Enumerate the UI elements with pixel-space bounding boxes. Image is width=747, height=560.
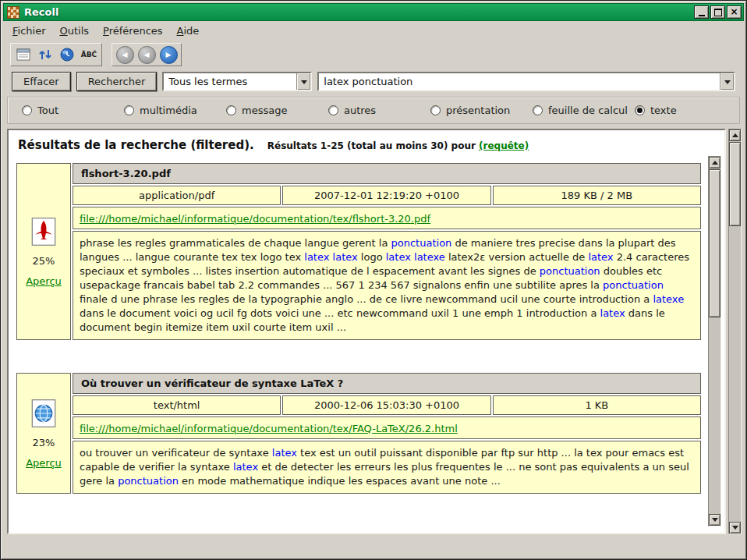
query-combo bbox=[317, 72, 735, 91]
result-icon-cell: 25% Aperçu bbox=[16, 163, 71, 340]
result-snippet: ou trouver un verificateur de syntaxe la… bbox=[73, 441, 701, 494]
radio-indicator bbox=[124, 105, 134, 115]
result-body: Où trouver un vérificateur de syntaxe La… bbox=[73, 373, 701, 494]
minimize-icon bbox=[699, 9, 705, 16]
back-arrow-icon: ◀ bbox=[138, 46, 156, 64]
results-summary: Résultats 1-25 (total au moins 30) pour bbox=[267, 140, 479, 151]
search-mode-select[interactable]: Tous les termes bbox=[162, 72, 312, 91]
toolbar: ÂBĈ ◀ ◀ ▶ bbox=[1, 40, 746, 69]
result-meta-row: text/html 2000-12-06 15:03:30 +0100 1 KB bbox=[73, 395, 701, 415]
nav-previous-page-button[interactable]: ◀ bbox=[137, 45, 156, 64]
history-icon[interactable] bbox=[58, 45, 76, 64]
filter-label: présentation bbox=[446, 105, 510, 116]
result-meta-row: application/pdf 2007-12-01 12:19:20 +010… bbox=[73, 186, 701, 205]
minimize-button[interactable] bbox=[694, 5, 709, 19]
results-title: Résultats de la recherche (filtered). bbox=[18, 138, 254, 152]
menu-aide[interactable]: Aide bbox=[170, 23, 207, 39]
scrollbar-thumb[interactable] bbox=[729, 142, 741, 226]
result-entry: 25% Aperçu flshort-3.20.pdf application/… bbox=[16, 163, 701, 340]
scroll-down-button[interactable] bbox=[709, 514, 720, 526]
nav-first-page-button[interactable]: ◀ bbox=[115, 45, 134, 64]
search-term-highlight: ponctuation bbox=[391, 237, 452, 249]
search-term-highlight: latex bbox=[233, 461, 258, 473]
menubar: FichierOutilsPréférencesAide bbox=[1, 21, 746, 40]
results-page-scrollbar[interactable] bbox=[728, 129, 742, 534]
search-term-highlight: latex bbox=[272, 447, 297, 459]
search-term-highlight: latexe bbox=[653, 293, 684, 305]
result-size: 1 KB bbox=[493, 395, 701, 415]
scroll-down-button[interactable] bbox=[729, 522, 741, 533]
close-button[interactable]: × bbox=[727, 5, 742, 19]
nav-next-page-button[interactable]: ▶ bbox=[159, 45, 178, 64]
result-snippet: phrase les regles grammaticales de chaqu… bbox=[73, 231, 701, 340]
result-url-link[interactable]: file:///home/michael/informatique/docume… bbox=[80, 423, 458, 434]
filter-label: Tout bbox=[37, 105, 58, 116]
result-list-scrollbar[interactable] bbox=[708, 156, 721, 526]
results-region: Résultats de la recherche (filtered). Ré… bbox=[7, 129, 742, 534]
scroll-up-button[interactable] bbox=[709, 157, 720, 168]
filter-texte[interactable]: texte bbox=[635, 105, 677, 116]
forward-arrow-icon: ▶ bbox=[160, 46, 178, 64]
result-url-row: file:///home/michael/informatique/docume… bbox=[73, 416, 701, 439]
recoll-window: Recoll × FichierOutilsPréférencesAide bbox=[0, 0, 747, 560]
search-button[interactable]: Rechercher bbox=[76, 72, 158, 91]
search-mode-value: Tous les termes bbox=[164, 76, 296, 87]
search-term-highlight: latex bbox=[386, 251, 411, 263]
menu-fichier[interactable]: Fichier bbox=[5, 23, 53, 39]
spell-icon-label: ÂBĈ bbox=[81, 51, 97, 58]
spell-term-explorer-icon[interactable]: ÂBĈ bbox=[80, 45, 98, 64]
filter-multimedia[interactable]: multimédia bbox=[124, 105, 226, 116]
result-date: 2007-12-01 12:19:20 +0100 bbox=[282, 186, 490, 205]
radio-indicator bbox=[430, 105, 441, 115]
result-mimetype: text/html bbox=[73, 395, 281, 415]
toolbar-group-navigation: ◀ ◀ ▶ bbox=[112, 43, 182, 66]
preview-link[interactable]: Aperçu bbox=[26, 275, 62, 287]
toolbar-group-actions: ÂBĈ bbox=[10, 43, 102, 66]
result-body: flshort-3.20.pdf application/pdf 2007-12… bbox=[73, 163, 701, 340]
chevron-down-icon[interactable] bbox=[296, 73, 310, 90]
scroll-up-button[interactable] bbox=[729, 129, 741, 141]
radio-indicator bbox=[22, 105, 32, 115]
result-size: 189 KB / 2 MB bbox=[493, 186, 701, 205]
search-term-highlight: latex bbox=[588, 251, 613, 263]
back-arrow-icon: ◀ bbox=[116, 46, 134, 64]
preview-link[interactable]: Aperçu bbox=[26, 457, 62, 469]
filter-autres[interactable]: autres bbox=[328, 105, 430, 116]
menu-preferences[interactable]: Préférences bbox=[96, 23, 169, 39]
result-entry: 23% Aperçu Où trouver un vérificateur de… bbox=[16, 373, 701, 494]
filter-presentation[interactable]: présentation bbox=[430, 105, 533, 116]
status-bar bbox=[1, 534, 746, 559]
filter-label: message bbox=[242, 105, 287, 116]
radio-indicator bbox=[533, 105, 543, 115]
close-icon: × bbox=[730, 7, 738, 16]
results-header: Résultats de la recherche (filtered). Ré… bbox=[9, 130, 724, 154]
sort-order-icon[interactable] bbox=[36, 45, 55, 64]
titlebar[interactable]: Recoll × bbox=[3, 3, 744, 21]
radio-indicator bbox=[328, 105, 338, 115]
search-query-input[interactable] bbox=[319, 76, 720, 87]
result-list: 25% Aperçu flshort-3.20.pdf application/… bbox=[9, 154, 724, 533]
filter-tout[interactable]: Tout bbox=[22, 105, 124, 116]
scrollbar-track[interactable] bbox=[729, 141, 741, 522]
scrollbar-thumb[interactable] bbox=[709, 169, 720, 317]
clear-button[interactable]: Effacer bbox=[12, 72, 71, 91]
chevron-down-icon[interactable] bbox=[720, 73, 734, 90]
filter-label: feuille de calcul bbox=[548, 105, 628, 116]
recoll-app-icon[interactable] bbox=[7, 6, 19, 19]
result-title: Où trouver un vérificateur de syntaxe La… bbox=[73, 373, 701, 394]
maximize-button[interactable] bbox=[710, 5, 725, 19]
result-url-row: file:///home/michael/informatique/docume… bbox=[73, 207, 701, 229]
filter-message[interactable]: message bbox=[226, 105, 328, 116]
result-url-link[interactable]: file:///home/michael/informatique/docume… bbox=[80, 213, 430, 225]
query-details-link[interactable]: (requête) bbox=[479, 140, 529, 151]
relevance-percent: 23% bbox=[33, 437, 55, 448]
results-pane: Résultats de la recherche (filtered). Ré… bbox=[7, 129, 726, 534]
search-term-highlight: ponctuation bbox=[540, 265, 600, 277]
scrollbar-track[interactable] bbox=[709, 168, 720, 514]
result-icon-cell: 23% Aperçu bbox=[16, 373, 71, 494]
search-row: Effacer Rechercher Tous les termes bbox=[1, 69, 746, 96]
clear-search-icon[interactable] bbox=[14, 45, 33, 64]
menu-outils[interactable]: Outils bbox=[53, 23, 97, 39]
filter-feuille-de-calcul[interactable]: feuille de calcul bbox=[533, 105, 635, 116]
document-type-icon bbox=[31, 217, 56, 246]
